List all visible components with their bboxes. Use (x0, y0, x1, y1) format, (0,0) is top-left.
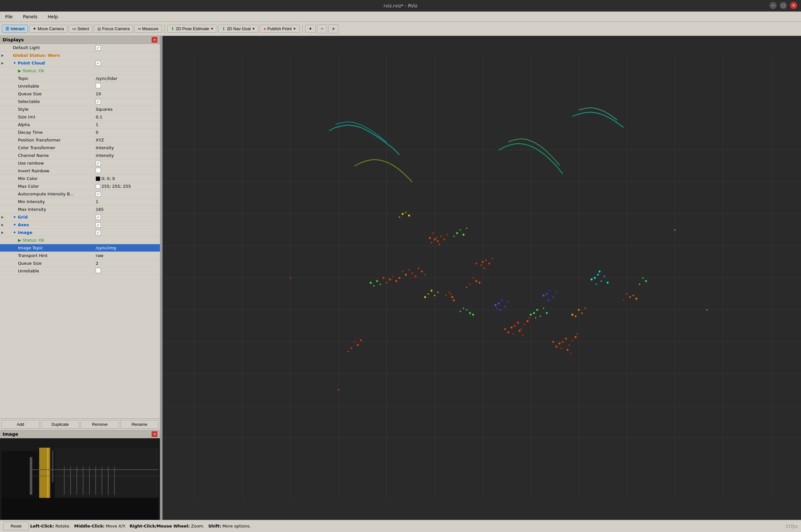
cb-autocompute[interactable] (96, 192, 101, 197)
label-global-status: Global Status: Warn (6, 53, 94, 58)
svg-point-81 (533, 312, 535, 314)
move-camera-button[interactable]: ✦ Move Camera (29, 25, 68, 33)
svg-point-94 (596, 284, 597, 285)
minimize-button[interactable]: — (769, 2, 777, 9)
cb-point-cloud[interactable] (96, 61, 101, 66)
remove-button[interactable]: Remove (80, 420, 119, 429)
menu-help[interactable]: Help (45, 14, 61, 20)
expand-point-cloud[interactable]: ▶ (1, 61, 6, 65)
svg-point-122 (434, 295, 435, 296)
menu-panels[interactable]: Panels (20, 14, 40, 20)
svg-point-108 (418, 268, 419, 269)
svg-point-171 (466, 287, 467, 288)
svg-point-58 (475, 263, 477, 264)
3d-viewport[interactable] (163, 36, 801, 520)
nav-goal-button[interactable]: ⬆ 2D Nav Goal ▼ (218, 25, 258, 33)
reset-button[interactable]: Reset (3, 522, 29, 530)
max-color-swatch[interactable] (96, 184, 100, 189)
toolbar-separator-2 (302, 24, 303, 34)
displays-header: Displays ✕ (0, 36, 160, 44)
rename-button[interactable]: Rename (121, 420, 159, 429)
min-color-swatch[interactable] (96, 176, 100, 181)
expand-global-status[interactable]: ▶ (1, 54, 6, 57)
row-channel-name: Channel Name intensity (0, 152, 160, 159)
value-selectable (94, 99, 159, 104)
svg-point-120 (428, 293, 429, 294)
svg-point-113 (389, 279, 391, 281)
close-button[interactable]: ✕ (790, 2, 797, 9)
image-panel-close-button[interactable]: ✕ (151, 431, 157, 437)
cb-img-unreliable[interactable] (96, 268, 101, 273)
select-button[interactable]: ▭ Select (69, 25, 92, 33)
row-point-cloud: ▶ ✦ Point Cloud (0, 59, 160, 67)
cb-axes[interactable] (96, 222, 101, 228)
right-click-action: Zoom. (191, 524, 205, 529)
svg-point-97 (549, 290, 551, 292)
svg-point-126 (565, 338, 567, 340)
middle-click-action: Move X/Y. (106, 524, 126, 529)
cb-grid[interactable] (96, 215, 101, 220)
svg-point-146 (460, 311, 461, 312)
svg-point-71 (521, 328, 522, 330)
focus-camera-button[interactable]: ◎ Focus Camera (94, 25, 133, 33)
displays-content[interactable]: Default Light ▶ Global Status: Warn ▶ ✦ … (0, 44, 160, 418)
menu-file[interactable]: File (3, 14, 15, 20)
svg-point-115 (383, 277, 384, 279)
svg-point-43 (434, 239, 436, 240)
svg-point-136 (577, 333, 578, 334)
svg-rect-5 (52, 451, 54, 482)
value-channel-name: intensity (94, 153, 159, 158)
main-layout: Displays ✕ Default Light ▶ Global Status… (0, 36, 801, 520)
value-use-rainbow (94, 161, 159, 166)
value-decay-time: 0 (94, 130, 159, 135)
svg-point-127 (568, 344, 570, 346)
measure-button[interactable]: ═ Measure (134, 25, 162, 33)
value-queue-size: 10 (94, 92, 159, 96)
cb-default-light[interactable] (96, 45, 101, 50)
expand-axes[interactable]: ▶ (1, 223, 6, 227)
cb-selectable[interactable] (96, 99, 101, 104)
label-transport-hint: Transport Hint (6, 253, 94, 258)
window-title: rviz.rviz* - RViz (383, 3, 417, 8)
label-unreliable: Unreliable (6, 84, 94, 89)
publish-icon: ● (263, 26, 266, 31)
svg-point-48 (443, 239, 445, 240)
expand-grid[interactable]: ▶ (1, 215, 6, 219)
select-icon: ▭ (72, 26, 76, 31)
cb-image[interactable] (96, 230, 101, 235)
cb-invert-rainbow[interactable] (96, 168, 101, 173)
cb-use-rainbow[interactable] (96, 161, 101, 166)
svg-point-99 (543, 294, 544, 297)
pose-estimate-button[interactable]: ⬆ 2D Pose Estimate ▼ (167, 25, 217, 33)
label-use-rainbow: Use rainbow (6, 161, 94, 166)
svg-point-60 (456, 232, 458, 234)
toolbar: ☰ Interact ✦ Move Camera ▭ Select ◎ Focu… (0, 22, 801, 36)
row-image-topic[interactable]: Image Topic /sync/img (0, 244, 160, 252)
maximize-button[interactable]: □ (780, 2, 787, 9)
value-min-intensity: 1 (94, 199, 159, 204)
svg-point-140 (453, 299, 455, 301)
interact-button[interactable]: ☰ Interact (2, 25, 28, 33)
extra-button-1[interactable]: ✦ (305, 25, 316, 33)
extra-button-2[interactable]: − (317, 24, 327, 33)
svg-point-131 (575, 336, 577, 338)
svg-point-160 (498, 303, 500, 304)
row-topic: Topic /sync/lidar (0, 75, 160, 82)
extra-button-3[interactable]: + (328, 24, 338, 33)
row-color-transformer: Color Transformer Intensity (0, 144, 160, 152)
svg-point-137 (450, 293, 451, 294)
add-button[interactable]: Add (1, 420, 40, 429)
svg-point-133 (567, 349, 568, 351)
expand-image[interactable]: ▶ (1, 231, 6, 234)
duplicate-button[interactable]: Duplicate (41, 420, 80, 429)
svg-point-75 (527, 320, 529, 322)
svg-point-143 (469, 312, 471, 314)
displays-close-button[interactable]: ✕ (151, 37, 157, 43)
value-max-color: 255; 255; 255 (94, 184, 159, 189)
value-grid (94, 215, 159, 220)
svg-point-161 (501, 299, 503, 301)
svg-point-91 (590, 279, 593, 281)
svg-point-105 (399, 277, 401, 279)
publish-point-button[interactable]: ● Publish Point ▼ (260, 25, 299, 33)
cb-unreliable[interactable] (96, 83, 101, 88)
